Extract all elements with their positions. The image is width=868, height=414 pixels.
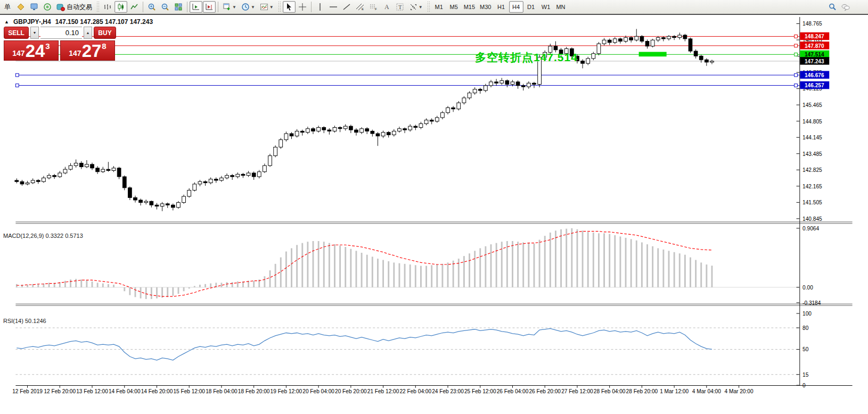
price-badge-label: 147.243 [805,59,824,64]
tile-windows-icon [174,3,183,11]
collapse-panel-icon[interactable]: ▲ [4,19,9,24]
line-handle[interactable] [795,84,798,87]
candle-body [683,35,687,39]
price-badge-label: 147.514 [805,52,824,57]
horizontal-line-tool-button[interactable] [327,1,340,13]
candle-body [177,203,181,208]
line-handle[interactable] [15,73,19,77]
dropdown-arrow-icon: ▼ [251,5,255,10]
rsi-values: 50.1246 [25,318,46,324]
candle-body [533,83,536,84]
time-axis-label: 24 Feb 23:00 [432,388,464,394]
candle-body [586,59,590,63]
candle-body [602,40,606,44]
timeframe-m1-button[interactable]: M1 [432,1,446,13]
candle-body [209,179,212,183]
auto-scroll-button[interactable] [190,1,202,13]
timeframe-m15-button[interactable]: M15 [462,1,477,13]
price-badge-label: 148.247 [805,34,824,39]
candle-body [689,39,692,51]
candle-body [225,176,229,178]
autotrading-button[interactable]: 自动交易 [54,1,94,13]
highlight-box[interactable] [639,52,667,57]
line-handle[interactable] [795,73,798,77]
line-handle[interactable] [15,84,19,87]
volume-increase-button[interactable]: ▲ [84,27,92,39]
chat-button[interactable] [839,1,852,13]
fibonacci-tool-button[interactable]: F [367,1,380,13]
cursor-tool-button[interactable] [283,1,296,13]
candle-body [629,38,633,40]
candle-body [349,126,353,130]
candle-body [236,174,240,177]
sell-price-sup: 3 [45,42,50,51]
arrows-tool-button[interactable]: ▼ [407,1,425,13]
indicators-button[interactable]: ▼ [258,1,276,13]
chart-ohlc-values: 147.150 147.285 147.107 147.243 [55,18,153,26]
candle-body [252,173,256,177]
candle-body [144,201,148,202]
new-chart-button[interactable]: ▼ [220,1,239,13]
candlestick-mode-button[interactable] [114,1,127,13]
time-axis-label: 4 Mar 20:00 [725,388,754,394]
svg-text:T: T [398,4,402,10]
line-handle[interactable] [795,53,798,56]
market-watch-button[interactable] [41,1,54,13]
volume-decrease-button[interactable]: ▼ [30,27,39,39]
time-axis-label: 14 Feb 04:00 [109,388,141,394]
candle-body [640,36,644,41]
time-axis-label: 20 Feb 20:00 [335,388,367,394]
timeframe-mn-button[interactable]: MN [554,1,568,13]
pivot-annotation-text[interactable]: 多空转折点147.514 [475,50,578,65]
candle-body [128,188,132,198]
volume-input[interactable]: 0.10 [40,27,82,39]
period-button[interactable]: ▼ [239,1,257,13]
candle-body [387,133,390,135]
candle-body [338,127,342,128]
vertical-line-tool-button[interactable] [314,1,326,13]
chart-shift-icon [205,3,214,11]
candle-body [441,113,445,118]
text-label-icon: T [396,3,404,11]
timeframe-h4-button[interactable]: H4 [509,1,523,13]
crosshair-icon [298,3,307,11]
timeframe-m30-button[interactable]: M30 [478,1,493,13]
sell-price-box[interactable]: 147 24 3 [4,40,59,61]
candle-body [284,134,288,140]
macd-axis-label: 0.00 [803,285,813,291]
timeframe-w1-button[interactable]: W1 [539,1,553,13]
candle-body [306,129,310,133]
line-handle[interactable] [795,35,798,38]
gold-diamond-icon-button[interactable] [14,1,27,13]
line-chart-mode-button[interactable] [128,1,141,13]
buy-price-box[interactable]: 147 27 8 [60,40,115,61]
timeframe-d1-button[interactable]: D1 [524,1,538,13]
chart-shift-button[interactable] [203,1,216,13]
chart-canvas[interactable]: 148.765148.105147.445146.785146.125145.4… [0,16,868,414]
macd-name: MACD(12,26,9) [3,233,44,239]
bar-chart-mode-button[interactable] [101,1,114,13]
text-tool-button[interactable]: A [380,1,393,13]
time-axis-label: 22 Feb 04:00 [400,388,432,394]
candle-body [613,39,617,43]
zoom-in-button[interactable] [145,1,158,13]
new-order-button[interactable]: 单 [1,1,14,13]
line-handle[interactable] [795,44,798,47]
candle-body [651,40,654,46]
search-button[interactable] [826,1,839,13]
terminal-button[interactable] [28,1,40,13]
zoom-out-button[interactable] [159,1,171,13]
sell-button[interactable]: SELL [4,27,29,39]
candle-body [155,205,159,206]
trendline-tool-button[interactable] [340,1,353,13]
buy-button[interactable]: BUY [94,27,116,39]
tile-windows-button[interactable] [172,1,185,13]
candle-body [36,180,40,181]
timeframe-h1-button[interactable]: H1 [494,1,509,13]
candle-body [398,129,402,131]
crosshair-tool-button[interactable] [296,1,309,13]
auto-scroll-icon [192,3,200,11]
text-label-tool-button[interactable]: T [394,1,406,13]
timeframe-m5-button[interactable]: M5 [447,1,461,13]
channel-tool-button[interactable]: E [354,1,366,13]
